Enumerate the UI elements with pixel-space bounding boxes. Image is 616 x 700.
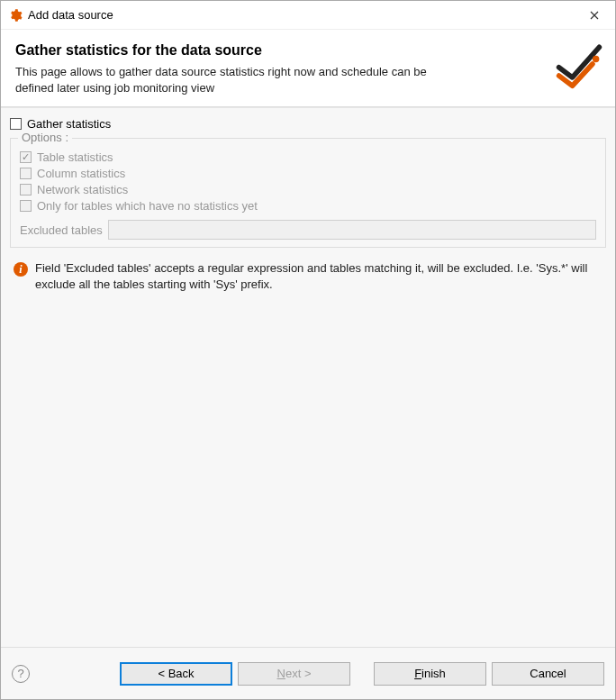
checkbox-icon xyxy=(20,200,32,212)
checkbox-icon xyxy=(20,184,32,195)
gear-icon xyxy=(8,8,23,23)
gather-statistics-checkbox[interactable]: Gather statistics xyxy=(10,117,606,131)
back-button-label: < Back xyxy=(158,667,194,680)
next-button[interactable]: Next > xyxy=(238,662,350,686)
page-description: This page allows to gather data source s… xyxy=(15,64,430,95)
help-button[interactable]: ? xyxy=(12,665,30,683)
info-icon: i xyxy=(14,262,28,277)
page-heading: Gather statistics for the data source xyxy=(15,42,601,59)
wizard-footer: ? < Back Next > Finish Cancel xyxy=(1,647,615,699)
excluded-tables-input[interactable] xyxy=(108,220,596,240)
info-text: Field 'Excluded tables' accepts a regula… xyxy=(35,260,602,293)
checkbox-icon xyxy=(10,118,22,130)
checkbox-icon: ✓ xyxy=(20,151,32,163)
network-statistics-label: Network statistics xyxy=(37,183,128,196)
column-statistics-checkbox[interactable]: Column statistics xyxy=(20,167,596,180)
svg-point-0 xyxy=(593,56,599,62)
back-button[interactable]: < Back xyxy=(120,662,232,686)
options-legend: Options : xyxy=(18,131,72,144)
gather-statistics-label: Gather statistics xyxy=(27,117,111,131)
cancel-button-label: Cancel xyxy=(530,667,566,680)
window-title: Add data source xyxy=(28,8,574,22)
product-logo-icon xyxy=(554,39,604,89)
excluded-tables-row: Excluded tables xyxy=(20,220,596,240)
only-no-stats-label: Only for tables which have no statistics… xyxy=(37,199,258,213)
close-button[interactable] xyxy=(574,1,615,29)
finish-button[interactable]: Finish xyxy=(374,662,486,686)
network-statistics-checkbox[interactable]: Network statistics xyxy=(20,183,596,196)
wizard-header: Gather statistics for the data source Th… xyxy=(1,30,615,107)
only-no-stats-checkbox[interactable]: Only for tables which have no statistics… xyxy=(20,199,596,213)
excluded-tables-label: Excluded tables xyxy=(20,223,103,237)
column-statistics-label: Column statistics xyxy=(37,167,125,180)
checkbox-icon xyxy=(20,168,32,179)
info-message: i Field 'Excluded tables' accepts a regu… xyxy=(10,260,606,293)
title-bar: Add data source xyxy=(1,1,615,30)
table-statistics-label: Table statistics xyxy=(37,150,113,164)
table-statistics-checkbox[interactable]: ✓ Table statistics xyxy=(20,150,596,164)
cancel-button[interactable]: Cancel xyxy=(492,662,604,686)
options-group: Options : ✓ Table statistics Column stat… xyxy=(10,138,606,248)
wizard-body: Gather statistics Options : ✓ Table stat… xyxy=(1,107,615,647)
dialog-window: Add data source Gather statistics for th… xyxy=(0,0,616,700)
